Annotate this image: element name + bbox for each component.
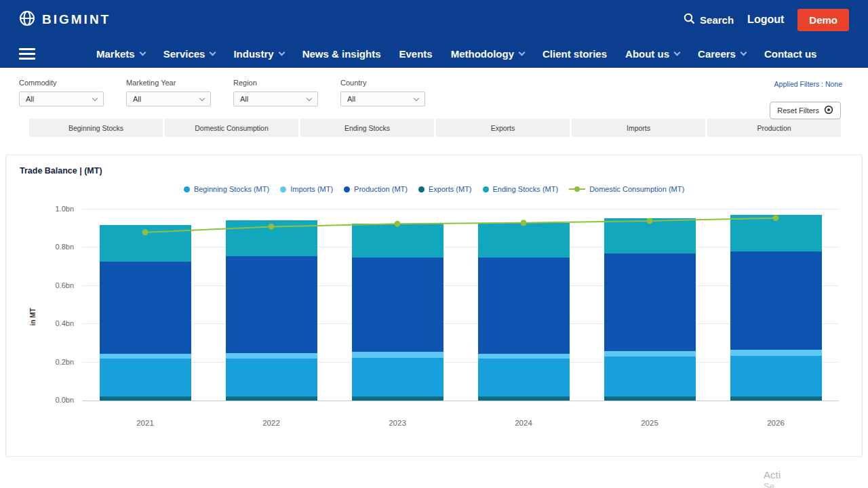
nav-item-events[interactable]: Events — [399, 48, 432, 60]
filter-label: Country — [340, 79, 425, 87]
globe-icon — [19, 10, 35, 29]
x-tick-label: 2022 — [208, 419, 334, 427]
marketing-year-select[interactable]: All — [126, 92, 211, 106]
chart-card: Trade Balance | (MT) Beginning Stocks (M… — [5, 155, 863, 457]
legend-item-domestic-consumption-mt[interactable]: Domestic Consumption (MT) — [569, 185, 684, 193]
chevron-down-icon — [740, 49, 747, 56]
search-button[interactable]: Search — [684, 13, 734, 27]
nav-item-label: Client stories — [542, 48, 607, 60]
chevron-down-icon — [519, 49, 526, 56]
chevron-down-icon — [674, 49, 681, 56]
search-icon — [684, 13, 695, 27]
tab-exports[interactable]: Exports — [436, 119, 570, 137]
nav-item-client-stories[interactable]: Client stories — [542, 48, 607, 60]
legend-label: Beginning Stocks (MT) — [194, 185, 269, 193]
reset-icon — [824, 105, 833, 116]
header-row-2: MarketsServicesIndustryNews & insightsEv… — [0, 39, 868, 68]
y-tick-label: 0.0bn — [31, 396, 74, 404]
watermark-text-2: Se — [764, 481, 774, 488]
demo-button[interactable]: Demo — [797, 9, 849, 31]
nav-item-careers[interactable]: Careers — [698, 48, 746, 60]
nav-item-label: Contact us — [764, 48, 817, 60]
y-tick-label: 0.4bn — [31, 319, 74, 327]
brand-logo[interactable]: BIGMINT — [19, 10, 111, 29]
nav-item-label: Markets — [96, 48, 135, 60]
nav-item-methodology[interactable]: Methodology — [451, 48, 524, 60]
country-select[interactable]: All — [340, 92, 425, 106]
header-row-1: BIGMINT Search Logout Demo — [0, 0, 868, 39]
chevron-down-icon — [307, 95, 312, 100]
reset-filters-button[interactable]: Reset Filters — [770, 102, 841, 119]
tab-ending-stocks[interactable]: Ending Stocks — [300, 119, 434, 137]
reset-filters-label: Reset Filters — [777, 106, 819, 115]
region-select[interactable]: All — [233, 92, 318, 106]
x-tick-label: 2021 — [82, 419, 208, 427]
chevron-down-icon — [199, 95, 205, 100]
watermark-text-1: Acti — [764, 469, 781, 481]
nav-item-markets[interactable]: Markets — [96, 48, 145, 60]
filters-bar: Applied Filters : None CommodityAllMarke… — [0, 68, 868, 106]
tab-imports[interactable]: Imports — [572, 119, 705, 137]
logout-button[interactable]: Logout — [747, 14, 784, 26]
select-value: All — [133, 95, 141, 103]
legend-label: Domestic Consumption (MT) — [589, 185, 684, 193]
tab-beginning-stocks[interactable]: Beginning Stocks — [29, 119, 163, 137]
nav-item-label: Careers — [698, 48, 736, 60]
legend-dot-icon — [184, 186, 190, 192]
legend-item-beginning-stocks-mt[interactable]: Beginning Stocks (MT) — [184, 185, 269, 193]
page: BIGMINT Search Logout Demo MarketsServic… — [0, 0, 868, 488]
nav-item-about-us[interactable]: About us — [625, 48, 679, 60]
nav-item-label: Events — [399, 48, 432, 60]
filter-field-country: CountryAll — [340, 79, 425, 106]
applied-filters-text: Applied Filters : None — [774, 80, 842, 88]
nav-item-label: Services — [163, 48, 205, 60]
tab-production[interactable]: Production — [707, 119, 841, 137]
nav-item-label: About us — [625, 48, 669, 60]
main-nav: MarketsServicesIndustryNews & insightsEv… — [96, 48, 816, 60]
filter-fields: CommodityAllMarketing YearAllRegionAllCo… — [19, 79, 849, 106]
header-topbar: BIGMINT Search Logout Demo MarketsServic… — [0, 0, 868, 68]
filter-label: Commodity — [19, 79, 104, 87]
filter-field-region: RegionAll — [233, 79, 318, 106]
commodity-select[interactable]: All — [19, 92, 104, 106]
legend-dot-icon — [483, 186, 489, 192]
header-actions: Search Logout Demo — [684, 9, 849, 31]
filter-field-marketing-year: Marketing YearAll — [126, 79, 211, 106]
x-axis-labels: 202120222023202420252026 — [82, 419, 839, 430]
legend-dot-icon — [574, 186, 580, 192]
nav-item-label: News & insights — [302, 48, 381, 60]
select-value: All — [347, 95, 355, 103]
nav-item-contact-us[interactable]: Contact us — [764, 48, 817, 60]
legend-item-production-mt[interactable]: Production (MT) — [344, 185, 408, 193]
legend-item-imports-mt[interactable]: Imports (MT) — [280, 185, 333, 193]
tabs-bar: Beginning StocksDomestic ConsumptionEndi… — [29, 119, 841, 137]
hamburger-menu-icon[interactable] — [19, 48, 35, 60]
filter-label: Marketing Year — [126, 79, 211, 87]
y-tick-label: 0.8bn — [31, 243, 74, 251]
nav-item-label: Industry — [233, 48, 273, 60]
nav-item-news-insights[interactable]: News & insights — [302, 48, 381, 60]
filter-label: Region — [233, 79, 318, 87]
legend-label: Ending Stocks (MT) — [493, 185, 559, 193]
nav-item-services[interactable]: Services — [163, 48, 216, 60]
domestic-consumption-line — [82, 209, 839, 401]
nav-item-label: Methodology — [451, 48, 514, 60]
select-value: All — [240, 95, 248, 103]
chevron-down-icon — [278, 49, 285, 56]
select-value: All — [26, 95, 34, 103]
y-tick-label: 1.0bn — [31, 205, 74, 213]
legend-item-exports-mt[interactable]: Exports (MT) — [418, 185, 472, 193]
legend-item-ending-stocks-mt[interactable]: Ending Stocks (MT) — [483, 185, 559, 193]
x-tick-label: 2025 — [587, 419, 713, 427]
legend-dot-icon — [418, 186, 425, 192]
legend-dot-icon — [344, 186, 350, 192]
x-tick-label: 2026 — [713, 419, 839, 427]
x-tick-label: 2024 — [460, 419, 587, 427]
nav-item-industry[interactable]: Industry — [233, 48, 283, 60]
chart-legend: Beginning Stocks (MT)Imports (MT)Product… — [20, 185, 848, 193]
search-label: Search — [700, 14, 734, 26]
tab-domestic-consumption[interactable]: Domestic Consumption — [165, 119, 298, 137]
chevron-down-icon — [92, 95, 98, 100]
y-tick-label: 0.2bn — [31, 358, 74, 366]
chevron-down-icon — [210, 49, 216, 56]
